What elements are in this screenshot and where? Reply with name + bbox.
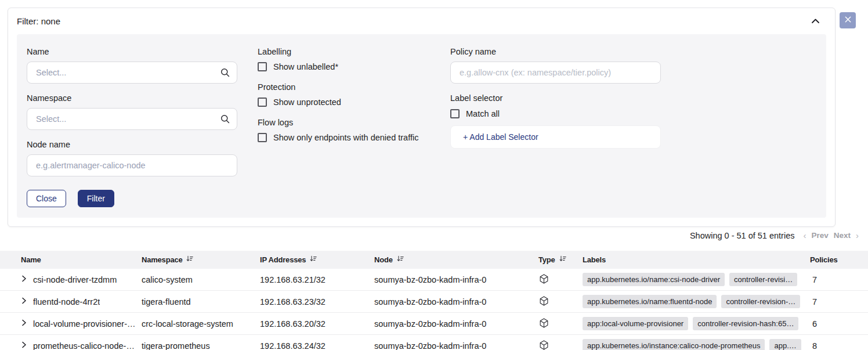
column-header-name[interactable]: Name: [21, 255, 142, 264]
endpoint-policies-count: 6: [810, 319, 868, 329]
table-row: local-volume-provisioner-… crc-local-sto…: [0, 313, 868, 335]
label-chip: app.…: [769, 339, 801, 350]
column-header-namespace[interactable]: Namespace: [142, 255, 260, 264]
sort-icon[interactable]: [310, 255, 317, 264]
protection-label: Protection: [258, 82, 432, 92]
expand-row-button[interactable]: [21, 275, 27, 284]
label-selector-label: Label selector: [450, 93, 661, 103]
node-name-input[interactable]: [27, 154, 237, 176]
node-name-filter-group: Node name: [27, 140, 237, 176]
next-page-link[interactable]: Next: [834, 231, 851, 240]
table-row: fluentd-node-4rr2t tigera-fluentd 192.16…: [0, 291, 868, 313]
expand-row-button[interactable]: [21, 297, 27, 306]
pod-cube-icon: [538, 340, 549, 350]
endpoint-labels: app.kubernetes.io/name:fluentd-node cont…: [583, 295, 810, 308]
endpoint-node: soumya-bz-0zbo-kadm-infra-0: [374, 319, 538, 329]
label-chip: app.kubernetes.io/name:csi-node-driver: [583, 273, 725, 286]
chevron-right-icon: [21, 341, 27, 350]
column-header-node[interactable]: Node: [374, 255, 538, 264]
expand-row-button[interactable]: [21, 341, 27, 350]
label-chip: app.kubernetes.io/instance:calico-node-p…: [583, 339, 765, 350]
chevron-right-icon: [21, 275, 27, 284]
filter-panel: Filter: none Name Namespace: [8, 8, 836, 227]
pod-cube-icon: [538, 273, 549, 286]
name-filter-label: Name: [27, 47, 237, 56]
flow-logs-section: Flow logs Show only endpoints with denie…: [258, 118, 432, 142]
endpoints-page: { "filter": { "title": "Filter: none", "…: [0, 0, 868, 350]
prev-chevron-icon[interactable]: ‹: [803, 230, 806, 240]
table-row: csi-node-driver-tzdmm calico-system 192.…: [0, 269, 868, 291]
namespace-filter-input[interactable]: [27, 108, 237, 130]
close-button[interactable]: Close: [27, 190, 66, 207]
endpoint-name[interactable]: fluentd-node-4rr2t: [33, 297, 100, 306]
endpoint-ip: 192.168.63.24/32: [260, 341, 374, 350]
endpoint-type: [538, 273, 583, 286]
sort-icon[interactable]: [186, 255, 193, 264]
filter-column-middle: Labelling Show unlabelled* Protection Sh…: [258, 47, 432, 207]
collapse-panel-button[interactable]: [810, 16, 821, 27]
match-all-checkbox[interactable]: [450, 109, 460, 118]
label-selector-section: Label selector Match all + Add Label Sel…: [450, 93, 661, 149]
label-chip: controller-revision-hash:65…: [693, 317, 798, 330]
policy-name-label: Policy name: [450, 47, 661, 56]
endpoint-namespace: tigera-prometheus: [142, 341, 260, 350]
sort-icon[interactable]: [559, 255, 566, 264]
endpoint-type: [538, 295, 583, 308]
policy-name-input[interactable]: [450, 62, 661, 84]
show-unlabelled-checkbox[interactable]: [258, 62, 267, 71]
filter-button[interactable]: Filter: [78, 190, 114, 207]
table-row: prometheus-calico-node-… tigera-promethe…: [0, 335, 868, 350]
column-header-type[interactable]: Type: [538, 255, 583, 264]
filter-column-left: Name Namespace Node name: [27, 47, 237, 207]
endpoint-name[interactable]: prometheus-calico-node-…: [33, 341, 135, 350]
node-name-filter-label: Node name: [27, 140, 237, 149]
policy-name-group: Policy name: [450, 47, 661, 84]
column-header-ip-addresses[interactable]: IP Addresses: [260, 255, 374, 264]
endpoint-type: [538, 317, 583, 330]
endpoint-namespace: tigera-fluentd: [142, 297, 260, 306]
endpoint-node: soumya-bz-0zbo-kadm-infra-0: [374, 275, 538, 284]
next-chevron-icon[interactable]: ›: [856, 230, 859, 240]
endpoint-node: soumya-bz-0zbo-kadm-infra-0: [374, 297, 538, 306]
search-icon: [220, 67, 230, 80]
pagination-bar: Showing 0 - 51 of 51 entries ‹ Prev Next…: [690, 230, 859, 240]
labelling-section: Labelling Show unlabelled*: [258, 47, 432, 71]
show-unprotected-checkbox[interactable]: [258, 98, 267, 107]
label-chip: controller-revision-…: [721, 295, 800, 308]
column-header-policies: Policies: [810, 255, 868, 264]
pod-cube-icon: [538, 295, 549, 308]
filter-form: Name Namespace Node name: [17, 34, 826, 218]
endpoint-ip: 192.168.63.20/32: [260, 319, 374, 329]
name-filter-input[interactable]: [27, 62, 237, 84]
endpoint-namespace: calico-system: [142, 275, 260, 284]
expand-row-button[interactable]: [21, 319, 27, 328]
endpoint-ip: 192.168.63.23/32: [260, 297, 374, 306]
show-unprotected-label: Show unprotected: [273, 98, 341, 107]
chevron-up-icon: [811, 17, 820, 26]
namespace-filter-group: Namespace: [27, 93, 237, 130]
label-chip: app.kubernetes.io/name:fluentd-node: [583, 295, 717, 308]
sort-icon[interactable]: [397, 255, 404, 264]
column-header-labels: Labels: [583, 255, 810, 264]
endpoint-policies-count: 8: [810, 341, 868, 350]
dismiss-filter-button[interactable]: [840, 12, 856, 28]
denied-traffic-checkbox[interactable]: [258, 133, 267, 142]
close-icon: [844, 16, 852, 25]
endpoint-name[interactable]: csi-node-driver-tzdmm: [33, 275, 117, 284]
endpoint-name[interactable]: local-volume-provisioner-…: [33, 319, 135, 329]
prev-page-link[interactable]: Prev: [811, 231, 828, 240]
filter-panel-header: Filter: none: [8, 8, 835, 33]
table-header-row: Name Namespace IP Addresses Node Type La…: [0, 251, 868, 269]
endpoint-policies-count: 7: [810, 275, 868, 284]
add-label-selector-button[interactable]: + Add Label Selector: [450, 125, 661, 149]
labelling-label: Labelling: [258, 47, 432, 56]
endpoint-labels: app.kubernetes.io/instance:calico-node-p…: [583, 339, 810, 350]
search-icon: [220, 114, 230, 127]
pod-cube-icon: [538, 317, 549, 330]
endpoint-labels: app:local-volume-provisioner controller-…: [583, 317, 810, 330]
show-unlabelled-label: Show unlabelled*: [273, 62, 338, 71]
endpoints-table: Name Namespace IP Addresses Node Type La…: [0, 251, 868, 350]
filter-column-right: Policy name Label selector Match all + A…: [450, 47, 661, 207]
endpoint-namespace: crc-local-storage-system: [142, 319, 260, 329]
name-filter-group: Name: [27, 47, 237, 84]
